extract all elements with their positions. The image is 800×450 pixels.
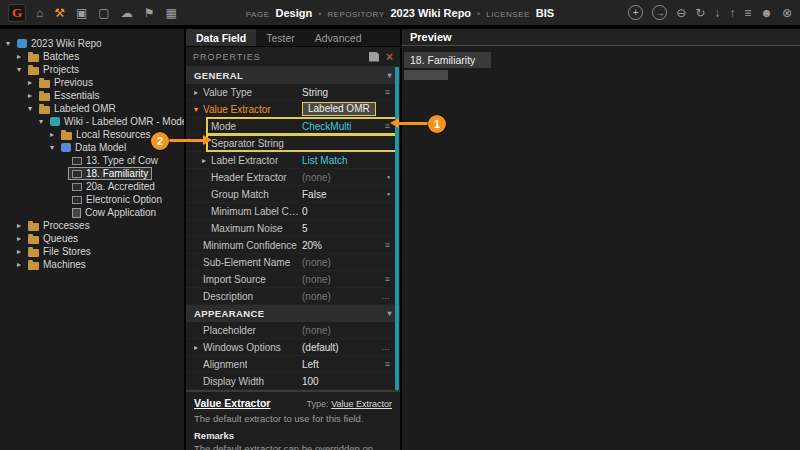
- property-value-value-extractor[interactable]: Labeled OMR: [302, 102, 376, 116]
- square-icon[interactable]: ▪: [387, 172, 390, 182]
- menu-icon[interactable]: ≡: [385, 87, 390, 97]
- tree-item-local-resources[interactable]: ▸Local Resources: [0, 128, 184, 141]
- property-value-windows-options[interactable]: (default): [302, 342, 381, 353]
- tree-item-file-stores[interactable]: ▸File Stores: [0, 245, 184, 258]
- property-value-description[interactable]: (none): [302, 291, 381, 302]
- zoom-out-icon[interactable]: ⊖: [676, 7, 686, 19]
- user-icon[interactable]: ☻: [760, 7, 773, 19]
- tree-item-previous[interactable]: ▸Previous: [0, 76, 184, 89]
- node-tree-panel: ▾2023 Wiki Repo▸Batches▾Projects▸Previou…: [0, 29, 184, 450]
- property-value-maximum-noise[interactable]: 5: [302, 223, 390, 234]
- add-circle-icon[interactable]: +: [628, 5, 643, 20]
- chevron-right-icon[interactable]: ▸: [47, 130, 57, 139]
- square-icon[interactable]: ▪: [387, 189, 390, 199]
- help-type-link[interactable]: Value Extractor: [331, 399, 392, 409]
- download-icon[interactable]: ↓: [714, 7, 720, 19]
- property-label: Value Extractor: [203, 104, 271, 115]
- property-value-alignment[interactable]: Left: [302, 359, 385, 370]
- tree-item-label: Machines: [43, 259, 86, 270]
- tree-item-13-type-of-cow[interactable]: 13. Type of Cow: [0, 154, 184, 167]
- chevron-down-icon[interactable]: ▾: [25, 104, 35, 113]
- tree-item-electronic-option[interactable]: Electronic Option: [0, 193, 184, 206]
- tree-item-machines[interactable]: ▸Machines: [0, 258, 184, 271]
- property-value-minimum-label-count[interactable]: 0: [302, 206, 390, 217]
- tree-item-label: Essentials: [54, 90, 100, 101]
- tree-item-labeled-omr[interactable]: ▾Labeled OMR: [0, 102, 184, 115]
- chevron-down-icon[interactable]: ▾: [36, 117, 46, 126]
- tree-item-20a-accredited[interactable]: 20a. Accredited: [0, 180, 184, 193]
- property-value-display-width[interactable]: 100: [302, 376, 390, 387]
- tree-item-data-model[interactable]: ▾Data Model: [0, 141, 184, 154]
- scrollbar-thumb[interactable]: [395, 67, 399, 390]
- property-value-value-type[interactable]: String: [302, 87, 385, 98]
- preview-item-18-familiarity[interactable]: 18. Familiarity: [404, 52, 491, 68]
- tab-advanced[interactable]: Advanced: [305, 29, 372, 46]
- section-header-general[interactable]: GENERAL▾: [186, 67, 400, 84]
- property-value-header-extractor[interactable]: (none): [302, 172, 387, 183]
- chevron-right-icon[interactable]: ▸: [14, 221, 24, 230]
- repository-value[interactable]: 2023 Wiki Repo: [390, 7, 471, 19]
- tree-node: Essentials: [35, 89, 104, 102]
- tab-data-field[interactable]: Data Field: [186, 29, 256, 46]
- dots-icon[interactable]: …: [381, 291, 390, 301]
- exports-flag-icon[interactable]: ⚑: [144, 7, 155, 19]
- property-value-label-extractor[interactable]: List Match: [302, 155, 390, 166]
- chevron-right-icon[interactable]: ▸: [14, 260, 24, 269]
- tree-item-essentials[interactable]: ▸Essentials: [0, 89, 184, 102]
- refresh-icon[interactable]: ↻: [695, 7, 705, 19]
- chevron-right-icon[interactable]: ▸: [14, 234, 24, 243]
- imports-cloud-icon[interactable]: ☁: [121, 7, 133, 19]
- chevron-down-icon[interactable]: ▾: [194, 105, 203, 114]
- upload-icon[interactable]: ↑: [729, 7, 735, 19]
- chevron-right-icon[interactable]: ▸: [14, 52, 24, 61]
- delete-icon[interactable]: ▢: [98, 7, 109, 19]
- chevron-right-icon[interactable]: ▸: [14, 247, 24, 256]
- tree-item-batches[interactable]: ▸Batches: [0, 50, 184, 63]
- grooper-logo[interactable]: G: [8, 4, 26, 22]
- tree-node: 13. Type of Cow: [68, 154, 162, 167]
- scrollbar[interactable]: [395, 67, 399, 390]
- menu-icon[interactable]: ≡: [385, 240, 390, 250]
- page-value[interactable]: Design: [275, 7, 312, 19]
- property-value-mode[interactable]: CheckMulti: [302, 121, 385, 132]
- batches-icon[interactable]: ▣: [76, 7, 87, 19]
- close-icon[interactable]: ×: [386, 51, 393, 63]
- tree-item-18-familiarity[interactable]: 18. Familiarity: [0, 167, 184, 180]
- tab-tester[interactable]: Tester: [256, 29, 305, 46]
- menu-icon[interactable]: ≡: [385, 121, 390, 131]
- folder-icon: [28, 236, 39, 244]
- chevron-down-icon[interactable]: ▾: [14, 65, 24, 74]
- forward-circle-icon[interactable]: →: [652, 5, 667, 20]
- tree-item-2023-wiki-repo[interactable]: ▾2023 Wiki Repo: [0, 37, 184, 50]
- home-icon[interactable]: ⌂: [36, 7, 43, 19]
- chevron-down-icon[interactable]: ▾: [47, 143, 57, 152]
- tree-item-cow-application[interactable]: Cow Application: [0, 206, 184, 219]
- chevron-right-icon[interactable]: ▸: [25, 78, 35, 87]
- power-icon[interactable]: ⊗: [782, 7, 792, 19]
- tree-item-processes[interactable]: ▸Processes: [0, 219, 184, 232]
- property-labelcol: Sub-Element Name: [194, 257, 302, 268]
- dots-icon[interactable]: …: [381, 342, 390, 352]
- tree: ▾2023 Wiki Repo▸Batches▾Projects▸Previou…: [0, 37, 184, 271]
- menu-icon[interactable]: ≡: [385, 359, 390, 369]
- design-wrench-icon[interactable]: ⚒: [54, 7, 65, 19]
- tree-item-wiki-labeled-omr-model[interactable]: ▾Wiki - Labeled OMR - Model: [0, 115, 184, 128]
- property-value-group-match[interactable]: False: [302, 189, 387, 200]
- stats-chart-icon[interactable]: ▦: [165, 7, 176, 19]
- save-icon[interactable]: [369, 52, 379, 62]
- tree-item-projects[interactable]: ▾Projects: [0, 63, 184, 76]
- property-value-sub-element-name[interactable]: (none): [302, 257, 390, 268]
- menu-icon[interactable]: ≡: [385, 274, 390, 284]
- property-label: Maximum Noise: [211, 223, 283, 234]
- chevron-down-icon[interactable]: ▾: [3, 39, 13, 48]
- chevron-right-icon[interactable]: ▸: [194, 88, 203, 97]
- chevron-right-icon[interactable]: ▸: [194, 343, 203, 352]
- chevron-right-icon[interactable]: ▸: [25, 91, 35, 100]
- tree-item-queues[interactable]: ▸Queues: [0, 232, 184, 245]
- property-value-minimum-confidence[interactable]: 20%: [302, 240, 385, 251]
- chevron-right-icon[interactable]: ▸: [202, 156, 211, 165]
- property-value-import-source[interactable]: (none): [302, 274, 385, 285]
- section-header-appearance[interactable]: APPEARANCE▾: [186, 305, 400, 322]
- layers-icon[interactable]: ≡: [744, 7, 751, 19]
- property-value-placeholder[interactable]: (none): [302, 325, 390, 336]
